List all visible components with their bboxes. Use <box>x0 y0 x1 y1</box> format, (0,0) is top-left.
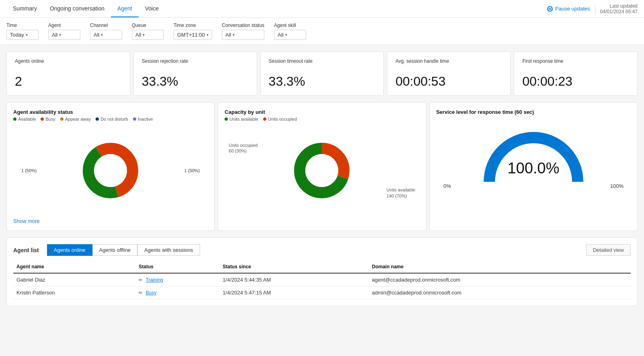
tab-agent[interactable]: Agent <box>111 0 139 17</box>
legend-busy: Busy <box>41 117 55 121</box>
show-more-link[interactable]: Show more <box>13 218 40 224</box>
agent-availability-donut <box>78 138 143 203</box>
agent-availability-chart: 1 (50%) 1 (50%) <box>13 126 208 215</box>
service-level-title: Service level for response time (60 sec) <box>436 109 631 115</box>
filter-channel-label: Channel <box>90 23 122 28</box>
top-nav: Summary Ongoing conversation Agent Voice… <box>0 0 644 18</box>
status-link-1[interactable]: Training <box>146 277 163 283</box>
filter-time-value: Today <box>10 32 24 38</box>
agent-name-2: Kristin Patterson <box>13 286 135 299</box>
filter-agent-skill-label: Agent skill <box>274 23 306 28</box>
filter-time-label: Time <box>6 23 39 28</box>
kpi-avg-handle-time-value: 00:00:53 <box>395 74 502 89</box>
kpi-session-rejection-value: 33.3% <box>142 74 249 89</box>
capacity-by-unit-card: Capacity by unit Units available Units o… <box>218 102 426 231</box>
agent-status-1: ✏ Training <box>135 273 219 286</box>
filter-agent-skill-value: All <box>278 32 283 38</box>
svg-point-5 <box>305 154 338 187</box>
last-updated-label: Last updated <box>600 3 638 9</box>
kpi-avg-handle-time-title: Avg. session handle time <box>395 58 502 64</box>
capacity-available-label: Units available 140 (70%) <box>386 187 415 199</box>
detailed-view-button[interactable]: Detailed view <box>586 244 631 256</box>
kpi-session-rejection: Session rejection rate 33.3% <box>133 51 257 96</box>
filter-conv-status-value: All <box>225 32 231 38</box>
chevron-down-icon: ▾ <box>206 33 209 37</box>
capacity-chart: Units occupied 60 (30%) Units available … <box>225 126 419 215</box>
agent-table: Agent name Status Status since Domain na… <box>13 261 631 299</box>
pause-updates-button[interactable]: Pause updates <box>547 6 590 12</box>
capacity-occupied-label: Units occupied 60 (30%) <box>229 142 258 154</box>
legend-dot-units-available <box>225 117 228 121</box>
tab-ongoing-conversation[interactable]: Ongoing conversation <box>43 0 111 17</box>
gauge-svg <box>481 130 586 186</box>
kpi-avg-handle-time: Avg. session handle time 00:00:53 <box>387 51 511 96</box>
legend-inactive: Inactive <box>133 117 153 121</box>
filter-agent-skill-select[interactable]: All ▾ <box>274 30 306 40</box>
service-level-gauge: 100.0% 0% 100% <box>436 123 631 189</box>
agent-list-card: Agent list Agents online Agents offline … <box>6 237 638 306</box>
legend-label-appear-away: Appear away <box>65 117 91 121</box>
filter-agent-label: Agent <box>48 23 80 28</box>
gauge-min-label: 0% <box>444 183 451 189</box>
pause-updates-label: Pause updates <box>555 6 590 12</box>
legend-dot-units-occupied <box>263 117 266 121</box>
donut-right-label: 1 (50%) <box>184 168 200 173</box>
chevron-down-icon: ▾ <box>143 33 145 37</box>
agent-status-2: ✏ Busy <box>135 286 219 299</box>
tab-agents-online[interactable]: Agents online <box>47 244 92 256</box>
kpi-first-response-title: First response time <box>522 58 629 64</box>
agent-availability-legend: Available Busy Appear away Do not distur… <box>13 117 208 121</box>
filter-conv-status-select[interactable]: All ▾ <box>222 30 264 40</box>
agent-name-1: Gabriel Diaz <box>13 273 135 286</box>
edit-icon[interactable]: ✏ <box>139 290 143 296</box>
agent-availability-title: Agent availability status <box>13 109 208 115</box>
svg-point-2 <box>94 154 127 187</box>
legend-units-available: Units available <box>225 117 258 121</box>
filter-conv-status-label: Conversation status <box>222 23 264 28</box>
col-domain: Domain name <box>369 261 631 273</box>
pause-icon <box>547 6 553 12</box>
filter-channel: Channel All ▾ <box>90 23 122 40</box>
filter-timezone-select[interactable]: GMT+11:00 ▾ <box>174 30 212 40</box>
col-status-since: Status since <box>219 261 368 273</box>
tab-voice[interactable]: Voice <box>139 0 165 17</box>
tab-summary[interactable]: Summary <box>6 0 43 17</box>
kpi-first-response: First response time 00:00:23 <box>514 51 638 96</box>
tab-agents-offline[interactable]: Agents offline <box>92 244 138 256</box>
filter-time: Time Today ▾ <box>6 23 39 40</box>
legend-label-dnd: Do not disturb <box>100 117 128 121</box>
filter-time-select[interactable]: Today ▾ <box>6 30 39 40</box>
filter-timezone-label: Time zone <box>174 23 212 28</box>
agent-tabs: Agents online Agents offline Agents with… <box>47 244 200 256</box>
kpi-row: Agents online 2 Session rejection rate 3… <box>6 51 638 96</box>
gauge-value: 100.0% <box>507 160 559 177</box>
main-content: Agents online 2 Session rejection rate 3… <box>0 45 644 313</box>
legend-label-available: Available <box>18 117 36 121</box>
charts-row: Agent availability status Available Busy… <box>6 102 638 231</box>
col-status: Status <box>135 261 219 273</box>
filter-queue-select[interactable]: All ▾ <box>132 30 164 40</box>
table-row: Gabriel Diaz ✏ Training 1/4/2024 5:44:35… <box>13 273 631 286</box>
filter-channel-select[interactable]: All ▾ <box>90 30 122 40</box>
capacity-donut <box>290 138 354 203</box>
filter-queue-value: All <box>135 32 141 38</box>
tab-agents-with-sessions[interactable]: Agents with sessions <box>137 244 200 256</box>
status-link-2[interactable]: Busy <box>146 290 157 296</box>
nav-right: Pause updates Last updated 04/01/2024 05… <box>547 3 638 14</box>
legend-dot-inactive <box>133 117 136 121</box>
legend-dot-available <box>13 117 16 121</box>
table-row: Kristin Patterson ✏ Busy 1/4/2024 5:47:1… <box>13 286 631 299</box>
chevron-down-icon: ▾ <box>233 33 235 37</box>
legend-label-inactive: Inactive <box>138 117 153 121</box>
legend-dot-appear-away <box>60 117 63 121</box>
legend-label-busy: Busy <box>45 117 55 121</box>
filter-agent-select[interactable]: All ▾ <box>48 30 80 40</box>
legend-available: Available <box>13 117 36 121</box>
filters-bar: Time Today ▾ Agent All ▾ Channel All ▾ Q… <box>0 18 644 45</box>
edit-icon[interactable]: ✏ <box>139 277 143 283</box>
kpi-first-response-value: 00:00:23 <box>522 74 629 89</box>
agent-status-since-1: 1/4/2024 5:44:35 AM <box>219 273 368 286</box>
kpi-agents-online-value: 2 <box>15 74 122 89</box>
kpi-session-timeout-title: Session timeout rate <box>269 58 376 64</box>
agent-domain-1: agent@ccadadeprod.onmicrosoft.com <box>369 273 631 286</box>
